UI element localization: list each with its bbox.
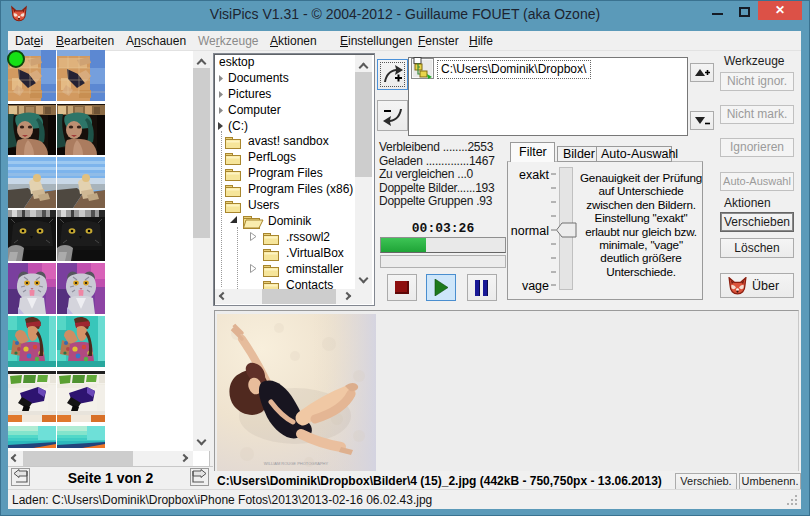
- svg-text:WILLIAM ROUGE PHOTOGRAPHY: WILLIAM ROUGE PHOTOGRAPHY: [264, 461, 329, 466]
